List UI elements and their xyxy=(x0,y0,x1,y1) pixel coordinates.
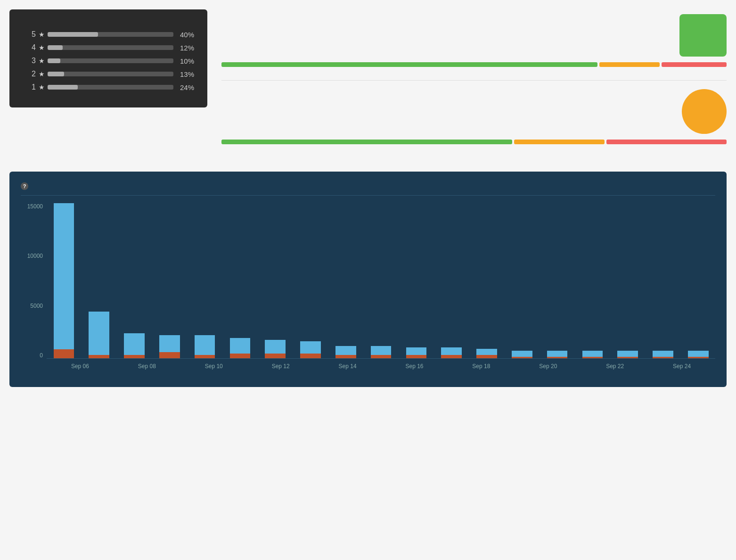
bar-negative xyxy=(371,355,392,358)
x-axis-label: Sep 20 xyxy=(515,363,581,370)
bar-positive xyxy=(300,341,321,354)
bar-positive xyxy=(653,351,673,357)
bar-negative xyxy=(617,357,638,358)
bar-group xyxy=(611,203,645,358)
star-icon: ★ xyxy=(39,57,45,65)
y-axis-label: 0 xyxy=(40,352,43,359)
bar-negative xyxy=(300,354,321,358)
star-number: 3 xyxy=(23,57,36,65)
star-row: 1 ★ 24% xyxy=(23,83,194,91)
bar-positive xyxy=(512,351,532,357)
star-pct: 13% xyxy=(176,70,194,78)
metascore-bar-red xyxy=(662,62,727,67)
bar-group xyxy=(294,203,328,358)
bar-negative xyxy=(195,355,215,358)
star-bar-bg xyxy=(48,32,173,37)
star-bar-fill xyxy=(48,72,64,76)
bar-group xyxy=(646,203,680,358)
bar-positive xyxy=(688,351,709,357)
chart-container: 150001000050000 xyxy=(21,203,715,373)
y-axis: 150001000050000 xyxy=(21,203,47,359)
bar-negative xyxy=(124,355,145,358)
bar-group xyxy=(258,203,293,358)
star-icon: ★ xyxy=(39,44,45,51)
metascore-row xyxy=(221,14,727,57)
metascore-bar-green xyxy=(221,62,597,67)
x-axis-label: Sep 14 xyxy=(314,363,381,370)
bar-positive xyxy=(441,347,462,355)
user-score-badge xyxy=(682,89,727,134)
star-number: 5 xyxy=(23,30,36,39)
y-axis-label: 5000 xyxy=(30,303,43,309)
star-bar-bg xyxy=(48,72,173,76)
chart-bars xyxy=(47,203,715,359)
bar-negative xyxy=(159,352,180,358)
x-axis-label: Sep 22 xyxy=(581,363,648,370)
chart-header: ? xyxy=(21,181,715,190)
x-axis-label: Sep 12 xyxy=(247,363,314,370)
bar-negative xyxy=(441,355,462,358)
bar-group xyxy=(47,203,81,358)
user-score-row xyxy=(221,89,727,134)
star-number: 4 xyxy=(23,43,36,52)
bar-positive xyxy=(195,335,215,355)
user-score-block xyxy=(221,89,727,144)
bar-negative xyxy=(89,355,109,358)
bar-positive xyxy=(335,346,356,355)
bar-positive xyxy=(476,349,497,355)
y-axis-label: 10000 xyxy=(27,253,43,259)
star-icon: ★ xyxy=(39,83,45,91)
x-axis-label: Sep 24 xyxy=(648,363,715,370)
bar-positive xyxy=(265,340,286,354)
bar-group xyxy=(434,203,469,358)
bar-negative xyxy=(653,357,673,358)
x-axis-label: Sep 10 xyxy=(180,363,247,370)
star-number: 1 xyxy=(23,83,36,91)
bar-group xyxy=(470,203,504,358)
bar-negative xyxy=(688,357,709,358)
star-icon: ★ xyxy=(39,31,45,38)
x-axis-label: Sep 06 xyxy=(47,363,114,370)
bar-negative xyxy=(512,357,532,358)
top-section: 5 ★ 40% 4 ★ 12% 3 ★ 10% 2 ★ 13% 1 ★ 24% xyxy=(9,9,727,162)
x-axis: Sep 06Sep 08Sep 10Sep 12Sep 14Sep 16Sep … xyxy=(47,360,715,373)
star-bar-fill xyxy=(48,85,78,90)
bar-group xyxy=(223,203,257,358)
bar-group xyxy=(540,203,574,358)
chart-subtitle: ? xyxy=(21,181,715,190)
bar-negative xyxy=(476,355,497,358)
bar-negative xyxy=(335,355,356,358)
bar-group xyxy=(505,203,539,358)
user-score-bar-yellow xyxy=(514,140,605,144)
bar-negative xyxy=(406,355,427,358)
metascore-badge xyxy=(679,14,727,57)
bar-positive xyxy=(371,346,392,355)
bar-positive xyxy=(406,347,427,355)
star-pct: 12% xyxy=(176,44,194,52)
bar-group xyxy=(399,203,433,358)
bar-group xyxy=(681,203,715,358)
bar-positive xyxy=(582,351,603,357)
ratings-card: 5 ★ 40% 4 ★ 12% 3 ★ 10% 2 ★ 13% 1 ★ 24% xyxy=(9,9,207,107)
info-icon[interactable]: ? xyxy=(21,182,28,190)
metascore-progress xyxy=(221,62,727,67)
star-row: 2 ★ 13% xyxy=(23,70,194,78)
star-row: 3 ★ 10% xyxy=(23,57,194,65)
bar-group xyxy=(364,203,398,358)
star-row: 4 ★ 12% xyxy=(23,43,194,52)
chart-section: ? 150001000050000 xyxy=(9,172,727,387)
bar-positive xyxy=(617,351,638,357)
star-bar-fill xyxy=(48,45,63,50)
x-axis-label: Sep 08 xyxy=(114,363,180,370)
star-icon: ★ xyxy=(39,70,45,78)
y-axis-label: 15000 xyxy=(27,203,43,210)
star-pct: 24% xyxy=(176,83,194,91)
user-score-bar-green xyxy=(221,140,512,144)
star-bar-bg xyxy=(48,85,173,90)
bar-negative xyxy=(230,354,251,358)
bar-group xyxy=(152,203,187,358)
star-bar-bg xyxy=(48,45,173,50)
metascore-block xyxy=(221,14,727,67)
bar-negative xyxy=(265,354,286,358)
bar-negative xyxy=(547,357,568,358)
